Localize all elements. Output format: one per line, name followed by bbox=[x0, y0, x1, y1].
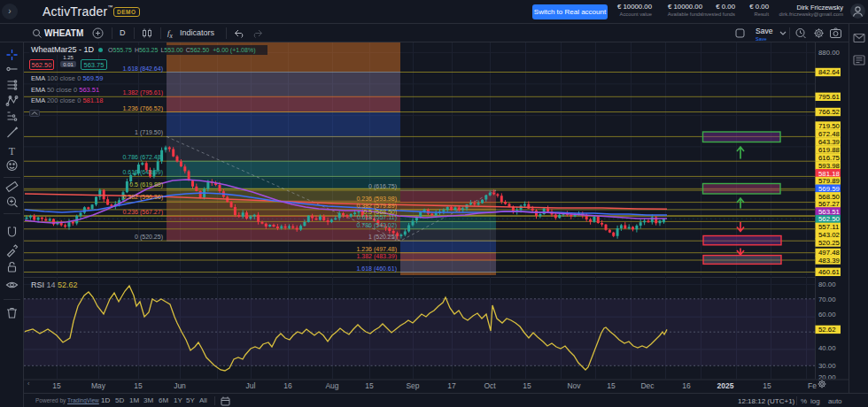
svg-text:593.98: 593.98 bbox=[818, 162, 840, 170]
svg-text:15: 15 bbox=[523, 381, 531, 390]
svg-text:0.236 (567.27): 0.236 (567.27) bbox=[122, 209, 163, 216]
svg-text:T: T bbox=[9, 145, 16, 157]
svg-text:643.39: 643.39 bbox=[818, 138, 840, 146]
svg-text:2025: 2025 bbox=[717, 381, 734, 390]
svg-text:1.618 (460.61): 1.618 (460.61) bbox=[356, 265, 397, 273]
svg-text:Dec: Dec bbox=[640, 381, 655, 390]
svg-text:563.51: 563.51 bbox=[818, 208, 840, 216]
svg-text:Sep: Sep bbox=[406, 381, 419, 390]
svg-text:Jul: Jul bbox=[246, 381, 256, 390]
svg-text:719.50: 719.50 bbox=[818, 122, 841, 130]
svg-text:60.00: 60.00 bbox=[818, 311, 836, 319]
svg-text:616.75: 616.75 bbox=[818, 154, 841, 162]
svg-text:1.236 (497.48): 1.236 (497.48) bbox=[356, 246, 397, 253]
svg-text:795.61: 795.61 bbox=[818, 93, 840, 101]
svg-text:880.00: 880.00 bbox=[818, 49, 841, 57]
svg-text:17: 17 bbox=[447, 381, 456, 390]
svg-text:0 (520.25): 0 (520.25) bbox=[135, 234, 163, 241]
svg-text:15: 15 bbox=[52, 381, 61, 390]
svg-text:0 (616.75): 0 (616.75) bbox=[368, 183, 397, 190]
svg-text:0.618 (557.11): 0.618 (557.11) bbox=[357, 214, 397, 221]
svg-text:Aug: Aug bbox=[325, 381, 338, 390]
svg-text:1 (719.50): 1 (719.50) bbox=[135, 129, 163, 136]
svg-text:0.618 (643.39): 0.618 (643.39) bbox=[122, 169, 163, 176]
svg-text:52.62: 52.62 bbox=[818, 326, 836, 334]
svg-text:0.786 (543.02): 0.786 (543.02) bbox=[356, 222, 397, 229]
svg-text:0.382 (596.36): 0.382 (596.36) bbox=[122, 194, 163, 201]
svg-text:15: 15 bbox=[134, 381, 143, 390]
svg-text:483.39: 483.39 bbox=[818, 257, 840, 265]
svg-text:1.382 (483.39): 1.382 (483.39) bbox=[356, 253, 397, 260]
svg-text:16: 16 bbox=[682, 381, 691, 390]
svg-text:1 (520.25): 1 (520.25) bbox=[368, 234, 397, 241]
svg-text:619.88: 619.88 bbox=[818, 146, 840, 154]
svg-text:520.25: 520.25 bbox=[818, 239, 841, 247]
svg-text:15: 15 bbox=[607, 381, 616, 390]
svg-text:15: 15 bbox=[763, 381, 771, 390]
svg-text:RSI 14 52.62: RSI 14 52.62 bbox=[31, 280, 78, 289]
svg-text:557.11: 557.11 bbox=[818, 223, 839, 231]
svg-text:562.50: 562.50 bbox=[818, 215, 841, 223]
svg-text:672.48: 672.48 bbox=[818, 130, 840, 138]
svg-text:Jun: Jun bbox=[174, 381, 186, 390]
svg-text:15: 15 bbox=[365, 381, 374, 390]
svg-text:80.00: 80.00 bbox=[818, 280, 836, 288]
svg-text:16: 16 bbox=[283, 381, 292, 390]
svg-text:579.89: 579.89 bbox=[818, 177, 840, 185]
svg-text:766.52: 766.52 bbox=[818, 108, 840, 116]
svg-text:Oct: Oct bbox=[484, 381, 496, 390]
svg-text:Nov: Nov bbox=[567, 381, 581, 390]
svg-text:842.64: 842.64 bbox=[818, 68, 841, 76]
svg-text:40.00: 40.00 bbox=[818, 344, 836, 352]
svg-text:0.236 (593.98): 0.236 (593.98) bbox=[356, 196, 397, 203]
svg-text:0.786 (672.48): 0.786 (672.48) bbox=[122, 154, 163, 161]
svg-text:460.61: 460.61 bbox=[818, 268, 840, 276]
svg-text:70.00: 70.00 bbox=[818, 296, 836, 303]
svg-text:May: May bbox=[91, 381, 106, 390]
svg-text:0.5 (619.88): 0.5 (619.88) bbox=[129, 181, 163, 188]
svg-text:581.18: 581.18 bbox=[818, 170, 840, 178]
svg-text:30.00: 30.00 bbox=[818, 362, 836, 370]
svg-text:Fe: Fe bbox=[808, 381, 817, 390]
